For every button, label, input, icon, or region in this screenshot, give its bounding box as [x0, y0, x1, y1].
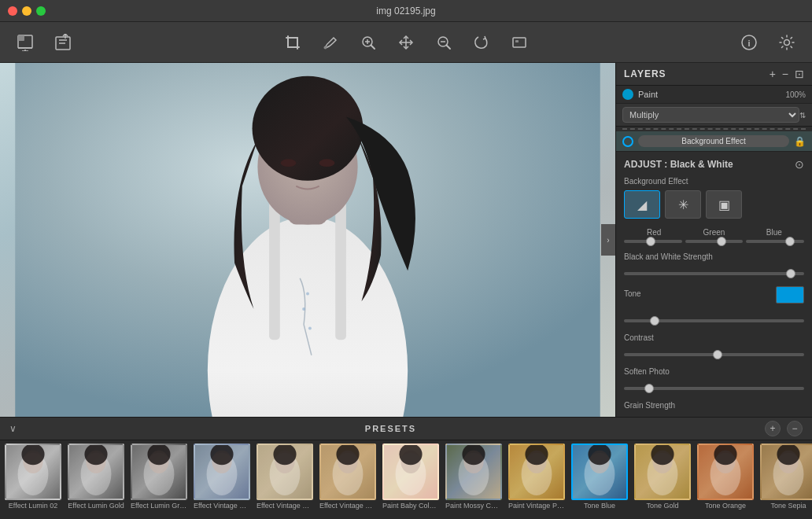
color-channel-labels: Red Green Blue [624, 228, 804, 237]
blend-mode-select[interactable]: Multiply Normal Screen Overlay [622, 107, 799, 123]
layers-header: LAYERS + − ⊡ [616, 63, 812, 86]
paint-layer-opacity: 100% [785, 90, 806, 99]
green-channel-label: Green [684, 228, 744, 237]
window-controls [8, 6, 46, 16]
svg-rect-23 [269, 201, 280, 340]
right-panel: LAYERS + − ⊡ Paint 100% Multiply Normal … [615, 63, 812, 417]
preset-item-tone-blue[interactable]: Tone Blue [570, 444, 629, 516]
layer-lock-icon[interactable]: 🔒 [794, 136, 806, 147]
add-layer-button[interactable]: + [770, 68, 776, 80]
settings-icon[interactable] [774, 30, 799, 55]
zoom-out-icon[interactable] [431, 30, 456, 55]
preset-item-paint-mossy-colors[interactable]: Paint Mossy Colors [444, 444, 504, 516]
preset-thumb-effect-vintage-blue [194, 444, 250, 500]
presets-header: ∨ PRESETS + − [0, 418, 812, 440]
paint-layer-name: Paint [638, 90, 785, 99]
preset-thumb-paint-baby-colors [382, 444, 439, 500]
svg-point-30 [306, 293, 309, 296]
background-effect-badge: Background Effect [638, 135, 789, 147]
svg-point-68 [525, 444, 548, 465]
minimize-button[interactable] [22, 6, 31, 16]
svg-point-28 [281, 159, 297, 167]
minimize-layer-button[interactable]: − [782, 68, 788, 80]
info-icon[interactable]: i [736, 30, 762, 55]
maximize-button[interactable] [36, 6, 46, 16]
adjust-section: ADJUST : Black & White ⊙ Background Effe… [616, 152, 812, 417]
brush-icon[interactable] [318, 30, 343, 55]
preset-thumb-effect-lumin-gold [68, 444, 124, 500]
flat-effect-button[interactable]: ▣ [706, 190, 742, 219]
soften-slider[interactable] [624, 387, 804, 390]
radial-effect-button[interactable]: ✳ [665, 190, 701, 219]
move-icon[interactable] [393, 30, 419, 55]
tone-color-swatch[interactable] [776, 286, 804, 304]
effect-type-buttons: ◢ ✳ ▣ [624, 190, 804, 219]
svg-point-76 [651, 444, 674, 465]
adjust-options-icon[interactable]: ⊙ [795, 158, 804, 171]
presets-title: PRESETS [365, 424, 416, 433]
preset-item-paint-vintage-photo[interactable]: Paint Vintage Photo [507, 444, 567, 516]
preset-item-effect-vintage-fade[interactable]: Effect Vintage Fade [255, 444, 315, 516]
red-channel-slider[interactable] [624, 240, 682, 243]
preset-label-effect-vintage-blue: Effect Vintage Blue [194, 502, 250, 510]
flat-icon: ▣ [718, 197, 730, 212]
green-slider-wrap [685, 240, 744, 243]
svg-point-60 [399, 444, 422, 465]
preset-label-tone-sepia: Tone Sepia [760, 502, 812, 510]
blue-channel-slider[interactable] [746, 240, 804, 243]
blend-mode-arrow: ⇅ [799, 111, 806, 120]
canvas-icon[interactable] [507, 30, 532, 55]
panel-toggle-button[interactable]: › [601, 224, 615, 256]
svg-point-52 [273, 444, 296, 465]
preset-item-paint-baby-colors[interactable]: Paint Baby Colors [381, 444, 441, 516]
main-area: › LAYERS + − ⊡ Paint 100% Multiply Norma… [0, 63, 812, 417]
background-effect-row[interactable]: Background Effect 🔒 [616, 131, 812, 152]
export-icon[interactable] [50, 30, 76, 55]
contrast-label: Contrast [624, 333, 804, 342]
preset-thumb-paint-vintage-photo [508, 444, 565, 500]
blue-slider-wrap [746, 240, 804, 243]
tone-slider[interactable] [624, 319, 804, 322]
svg-point-31 [302, 307, 305, 311]
gradient-effect-button[interactable]: ◢ [624, 190, 660, 219]
color-channel-sliders [624, 240, 804, 243]
crop-icon[interactable] [280, 30, 305, 55]
svg-line-14 [447, 45, 451, 49]
preset-item-effect-lumin-02[interactable]: Effect Lumin 02 [3, 444, 63, 516]
green-channel-slider[interactable] [685, 240, 744, 243]
bw-strength-slider[interactable] [624, 272, 804, 275]
photo-canvas[interactable] [0, 63, 615, 417]
add-preset-button[interactable]: + [765, 421, 781, 436]
copy-layer-button[interactable]: ⊡ [795, 68, 804, 80]
zoom-in-icon[interactable] [356, 30, 381, 55]
window-title: img 02195.jpg [376, 6, 435, 17]
preset-item-effect-lumin-grain[interactable]: Effect Lumin Grain [129, 444, 189, 516]
preset-item-tone-gold[interactable]: Tone Gold [633, 444, 692, 516]
presets-scroll[interactable]: Effect Lumin 02 Effect Lumin Gold Effect… [0, 440, 812, 519]
svg-point-29 [319, 159, 335, 167]
toolbar-center [280, 30, 532, 55]
presets-toggle-button[interactable]: ∨ [9, 423, 17, 434]
red-channel-label: Red [624, 228, 684, 237]
preset-item-tone-orange[interactable]: Tone Orange [696, 444, 755, 516]
preset-item-effect-vintage-gold[interactable]: Effect Vintage Gold [318, 444, 378, 516]
layers-title: LAYERS [624, 68, 666, 79]
contrast-slider[interactable] [624, 353, 804, 356]
gradient-icon: ◢ [637, 197, 647, 212]
paint-layer-row[interactable]: Paint 100% [616, 86, 812, 104]
background-effect-label: Background Effect [624, 177, 804, 186]
grain-label: Grain Strength [624, 401, 804, 410]
layer-visibility-indicator[interactable] [622, 136, 633, 147]
remove-preset-button[interactable]: − [787, 421, 803, 436]
preset-item-effect-lumin-gold[interactable]: Effect Lumin Gold [66, 444, 126, 516]
paint-layer-indicator [622, 89, 633, 100]
preset-thumb-effect-lumin-02 [5, 444, 61, 500]
close-button[interactable] [8, 6, 17, 16]
rotate-icon[interactable] [469, 30, 494, 55]
preset-thumb-tone-gold [634, 444, 691, 500]
preset-item-tone-sepia[interactable]: Tone Sepia [758, 444, 812, 516]
preset-label-tone-orange: Tone Orange [697, 502, 754, 510]
grain-row: Grain Strength [624, 401, 804, 417]
import-icon[interactable] [13, 30, 38, 55]
preset-item-effect-vintage-blue[interactable]: Effect Vintage Blue [192, 444, 252, 516]
